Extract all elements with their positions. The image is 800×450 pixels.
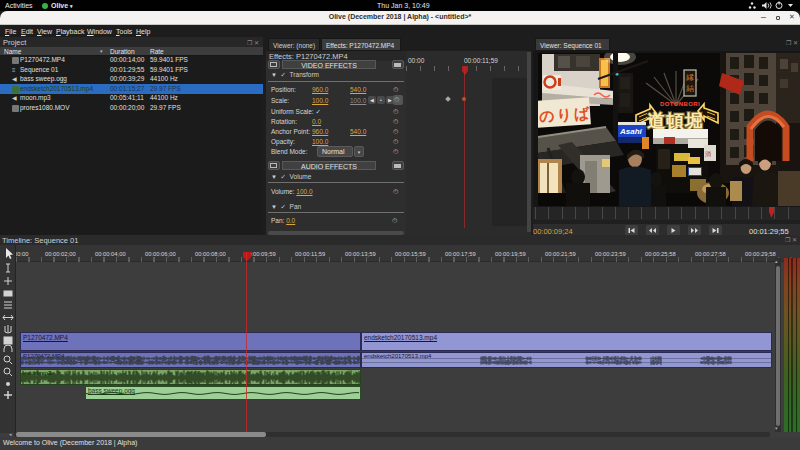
svg-text:縁: 縁 bbox=[685, 73, 694, 82]
svg-text:消: 消 bbox=[705, 151, 711, 157]
svg-text:DOTONBORI: DOTONBORI bbox=[660, 101, 700, 107]
svg-text:Asahi: Asahi bbox=[619, 127, 643, 136]
svg-text:結: 結 bbox=[686, 84, 694, 93]
svg-text:道頓堀: 道頓堀 bbox=[647, 111, 704, 131]
svg-text:のりば: のりば bbox=[539, 104, 592, 125]
